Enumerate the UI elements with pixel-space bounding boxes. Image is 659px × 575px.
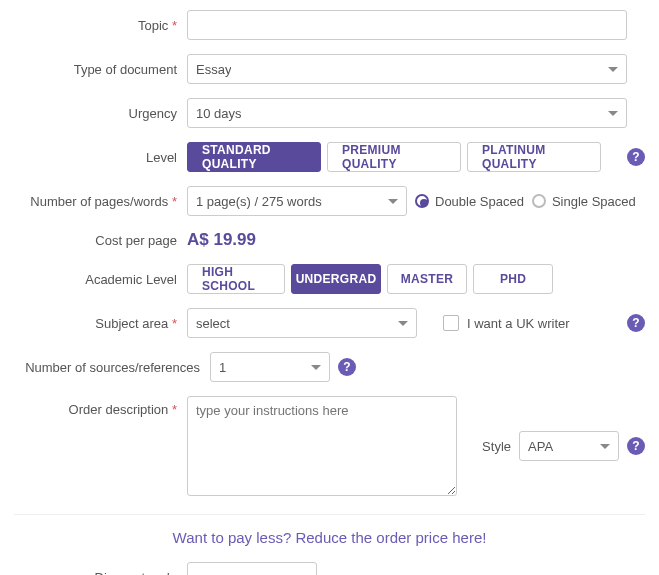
quality-platinum-button[interactable]: PLATINUM QUALITY (467, 142, 601, 172)
subject-label: Subject area * (14, 316, 187, 331)
help-icon[interactable]: ? (627, 437, 645, 455)
doc-type-select[interactable]: Essay (187, 54, 627, 84)
style-label: Style (482, 439, 511, 454)
academic-master-button[interactable]: MASTER (387, 264, 467, 294)
chevron-down-icon (398, 321, 408, 326)
description-textarea[interactable] (187, 396, 457, 496)
discount-input[interactable] (187, 562, 317, 575)
urgency-select[interactable]: 10 days (187, 98, 627, 128)
spacing-single-radio[interactable]: Single Spaced (532, 194, 636, 209)
sources-select[interactable]: 1 (210, 352, 330, 382)
help-icon[interactable]: ? (627, 148, 645, 166)
academic-highschool-button[interactable]: HIGH SCHOOL (187, 264, 285, 294)
promo-text: Want to pay less? Reduce the order price… (14, 529, 645, 546)
quality-premium-button[interactable]: PREMIUM QUALITY (327, 142, 461, 172)
cost-value: A$ 19.99 (187, 230, 256, 250)
description-label: Order description * (14, 396, 187, 417)
doc-type-label: Type of document (14, 62, 187, 77)
chevron-down-icon (600, 444, 610, 449)
style-select[interactable]: APA (519, 431, 619, 461)
spacing-double-radio[interactable]: Double Spaced (415, 194, 524, 209)
academic-phd-button[interactable]: PHD (473, 264, 553, 294)
chevron-down-icon (311, 365, 321, 370)
uk-writer-label: I want a UK writer (467, 316, 570, 331)
discount-label: Discount code (14, 570, 187, 576)
cost-label: Cost per page (14, 233, 187, 248)
academic-label: Academic Level (14, 272, 187, 287)
quality-standard-button[interactable]: STANDARD QUALITY (187, 142, 321, 172)
chevron-down-icon (608, 67, 618, 72)
chevron-down-icon (388, 199, 398, 204)
help-icon[interactable]: ? (338, 358, 356, 376)
pages-label: Number of pages/words * (14, 194, 187, 209)
topic-input[interactable] (187, 10, 627, 40)
academic-undergrad-button[interactable]: UNDERGRAD (291, 264, 381, 294)
level-label: Level (14, 150, 187, 165)
sources-label: Number of sources/references (14, 360, 210, 375)
pages-select[interactable]: 1 page(s) / 275 words (187, 186, 407, 216)
chevron-down-icon (608, 111, 618, 116)
help-icon[interactable]: ? (627, 314, 645, 332)
divider (14, 514, 645, 515)
urgency-label: Urgency (14, 106, 187, 121)
subject-select[interactable]: select (187, 308, 417, 338)
topic-label: Topic * (14, 18, 187, 33)
uk-writer-checkbox[interactable] (443, 315, 459, 331)
